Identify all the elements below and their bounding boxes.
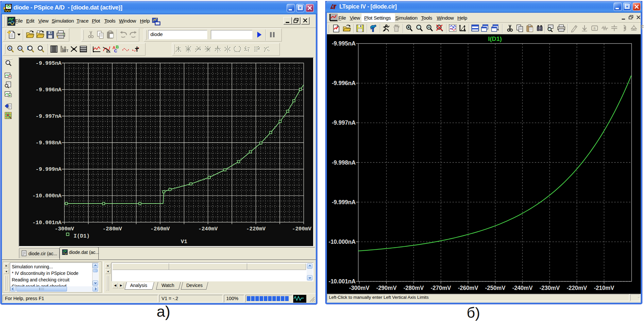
svg-text:-300mV: -300mV: [349, 285, 370, 291]
svg-text:-240mV: -240mV: [512, 285, 533, 291]
svg-text:-220mV: -220mV: [246, 226, 266, 232]
svg-text:-280mV: -280mV: [403, 285, 424, 291]
svg-text:f(x): f(x): [106, 49, 111, 53]
svg-text:-9.999nA: -9.999nA: [332, 199, 356, 205]
svg-text:-10.000nA: -10.000nA: [32, 193, 61, 199]
svg-text:-260mV: -260mV: [150, 226, 170, 232]
svg-text:-260mV: -260mV: [458, 285, 479, 291]
svg-text:-10.001nA: -10.001nA: [329, 278, 356, 285]
svg-text:-300mV: -300mV: [55, 226, 74, 232]
svg-text:I(D1): I(D1): [74, 233, 90, 239]
svg-text:-10.001nA: -10.001nA: [32, 220, 61, 226]
svg-text:-220mV: -220mV: [567, 285, 587, 291]
svg-text:-280mV: -280mV: [103, 226, 122, 232]
svg-text:-10.000nA: -10.000nA: [329, 239, 356, 245]
svg-text:FFT: FFT: [62, 49, 68, 53]
svg-text:-200mV: -200mV: [292, 226, 312, 232]
svg-text:a: a: [593, 26, 596, 30]
svg-text:-9.996nA: -9.996nA: [36, 87, 61, 93]
svg-text:-9.997nA: -9.997nA: [36, 113, 61, 119]
svg-text:-9.996nA: -9.996nA: [332, 80, 356, 86]
svg-text:-9.998nA: -9.998nA: [332, 159, 356, 166]
svg-text:-240mV: -240mV: [198, 226, 218, 232]
svg-text:-270mV: -270mV: [431, 285, 451, 291]
svg-text:V1: V1: [181, 239, 187, 245]
svg-text:-250mV: -250mV: [485, 285, 506, 291]
svg-text:-9.998nA: -9.998nA: [36, 140, 61, 146]
svg-text:-9.999nA: -9.999nA: [36, 166, 61, 172]
svg-text:C: C: [114, 48, 117, 53]
svg-text:-9.997nA: -9.997nA: [332, 119, 356, 126]
svg-text:-230mV: -230mV: [539, 285, 560, 291]
svg-text:I(D1): I(D1): [488, 35, 502, 42]
svg-text:-9.995nA: -9.995nA: [332, 40, 356, 47]
svg-text:-9.995nA: -9.995nA: [36, 60, 61, 66]
svg-text:-210mV: -210mV: [594, 285, 615, 291]
svg-text:-290mV: -290mV: [376, 285, 397, 291]
